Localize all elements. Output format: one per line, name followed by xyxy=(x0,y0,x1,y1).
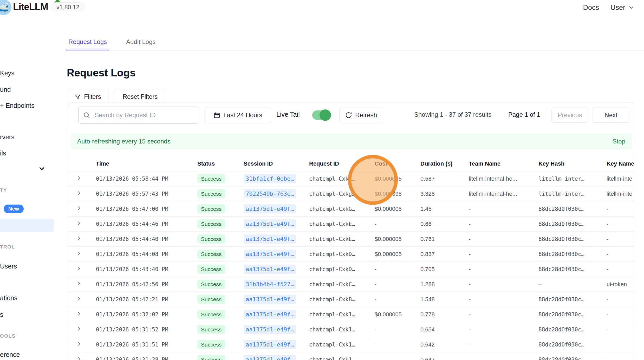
chevron-down-icon xyxy=(628,4,635,11)
time-cell: 01/13/2026 05:44:46 PM xyxy=(92,217,193,232)
table-row[interactable]: 01/13/2026 05:58:44 PM Success 31bfa1cf-… xyxy=(68,171,634,186)
time-cell: 01/13/2026 05:44:40 PM xyxy=(92,232,193,247)
table-row[interactable]: 01/13/2026 05:44:40 PM Success aa1375d1-… xyxy=(68,232,634,247)
time-cell: 01/13/2026 05:44:08 PM xyxy=(92,247,193,262)
table-row[interactable]: 01/13/2026 05:57:43 PM Success 7022549b-… xyxy=(68,186,634,201)
expand-row-icon[interactable] xyxy=(76,220,82,228)
expand-row-icon[interactable] xyxy=(76,281,82,288)
table-row[interactable]: 01/13/2026 05:42:56 PM Success 31b3b4b4-… xyxy=(68,277,634,292)
sidebar-item-mcp-servers[interactable]: rvers xyxy=(0,133,15,141)
table-row[interactable]: 01/13/2026 05:31:52 PM Success aa1375d1-… xyxy=(68,322,634,337)
sidebar-item-models-endpoints[interactable]: + Endpoints xyxy=(0,102,35,109)
search-input[interactable] xyxy=(78,107,198,124)
table-row[interactable]: 01/13/2026 05:31:38 PM Success aa1375d1-… xyxy=(68,352,634,360)
key-hash-cell: 88dc28d0f030c… xyxy=(534,292,602,307)
cost-cell: - xyxy=(370,277,416,292)
sidebar-item-playground[interactable]: und xyxy=(0,86,11,93)
col-status: Status xyxy=(193,156,239,171)
sidebar-item-internal-users[interactable]: Users xyxy=(0,263,17,270)
table-row[interactable]: 01/13/2026 05:32:02 PM Success aa1375d1-… xyxy=(68,307,634,322)
session-id-link[interactable]: aa1375d1-e49f… xyxy=(244,295,296,304)
tab-request-logs[interactable]: Request Logs xyxy=(66,35,109,50)
col-cost: Cost xyxy=(370,156,416,171)
sidebar-section-access-control: TROL xyxy=(0,244,15,250)
session-id-link[interactable]: 31bfa1cf-0ebe… xyxy=(244,174,296,183)
team-name-cell: litellm-internal-he... xyxy=(465,171,534,186)
session-id-link[interactable]: aa1375d1-e49f… xyxy=(244,340,296,349)
logs-card: Last 24 Hours Live Tail Refresh Showing … xyxy=(68,102,634,360)
duration-cell: 0.761 xyxy=(416,232,465,247)
session-id-link[interactable]: aa1375d1-e49f… xyxy=(244,355,296,360)
sidebar-chevron-down-icon[interactable] xyxy=(38,165,46,173)
user-menu-label: User xyxy=(610,4,625,12)
time-range-button[interactable]: Last 24 Hours xyxy=(205,107,271,123)
next-page-button[interactable]: Next xyxy=(592,108,630,123)
filters-label: Filters xyxy=(84,93,101,100)
expand-row-icon[interactable] xyxy=(76,235,82,243)
session-id-link[interactable]: aa1375d1-e49f… xyxy=(244,265,296,274)
table-row[interactable]: 01/13/2026 05:31:51 PM Success aa1375d1-… xyxy=(68,337,634,352)
auto-refresh-message: Auto-refreshing every 15 seconds xyxy=(77,138,171,145)
table-row[interactable]: 01/13/2026 05:47:00 PM Success aa1375d1-… xyxy=(68,201,634,217)
request-id-cell: chatcmpl-Cxk1… xyxy=(305,322,370,337)
expand-row-icon[interactable] xyxy=(76,326,82,333)
duration-cell: 0.642 xyxy=(416,337,465,352)
team-name-cell: - xyxy=(465,307,534,322)
session-id-link[interactable]: aa1375d1-e49f… xyxy=(244,325,296,334)
previous-page-button[interactable]: Previous xyxy=(551,108,588,123)
status-badge: Success xyxy=(197,250,225,259)
expand-row-icon[interactable] xyxy=(76,190,82,198)
session-id-link[interactable]: aa1375d1-e49f… xyxy=(244,234,296,244)
sidebar-item-logs-active[interactable] xyxy=(0,219,54,232)
docs-link[interactable]: Docs xyxy=(583,4,599,12)
expand-row-icon[interactable] xyxy=(76,356,82,360)
sidebar-item-organizations[interactable]: ations xyxy=(0,294,17,302)
expand-row-icon[interactable] xyxy=(76,296,82,303)
time-cell: 01/13/2026 05:31:51 PM xyxy=(92,337,193,352)
expand-row-icon[interactable] xyxy=(76,175,82,182)
stop-auto-refresh-button[interactable]: Stop xyxy=(613,138,625,145)
expand-row-icon[interactable] xyxy=(76,251,82,258)
tab-audit-logs[interactable]: Audit Logs xyxy=(124,35,158,50)
duration-cell: 0.778 xyxy=(416,307,465,322)
session-id-link[interactable]: aa1375d1-e49f… xyxy=(244,204,296,213)
cost-cell: - xyxy=(370,322,416,337)
col-request-id: Request ID xyxy=(305,156,370,171)
expand-row-icon[interactable] xyxy=(76,266,82,273)
table-row[interactable]: 01/13/2026 05:44:08 PM Success aa1375d1-… xyxy=(68,247,634,262)
duration-cell: 1.45 xyxy=(416,201,465,217)
session-id-link[interactable]: aa1375d1-e49f… xyxy=(244,250,296,259)
cost-cell: - xyxy=(370,337,416,352)
live-tail-toggle[interactable] xyxy=(312,110,330,120)
key-hash-cell: 88dc28d0f030c… xyxy=(534,307,602,322)
sidebar-item-guardrails[interactable]: ils xyxy=(0,149,6,157)
page-indicator: Page 1 of 1 xyxy=(508,111,540,118)
key-hash-cell: 88dc28d0f030c… xyxy=(534,217,602,232)
expand-row-icon[interactable] xyxy=(76,311,82,318)
refresh-button[interactable]: Refresh xyxy=(339,107,383,123)
team-name-cell: - xyxy=(465,217,534,232)
expand-row-icon[interactable] xyxy=(76,341,82,348)
key-name-cell: - xyxy=(602,292,634,307)
table-row[interactable]: 01/13/2026 05:42:21 PM Success aa1375d1-… xyxy=(68,292,634,307)
key-hash-cell: 88dc28d0f030c… xyxy=(534,322,602,337)
sidebar-item-api-reference[interactable]: erence xyxy=(0,351,20,358)
session-id-link[interactable]: 7022549b-763e… xyxy=(244,189,296,198)
key-name-cell: - xyxy=(602,247,634,262)
time-cell: 01/13/2026 05:42:56 PM xyxy=(92,277,193,292)
cost-cell: - xyxy=(370,352,416,360)
request-id-cell: chatcmpl-Cxk1… xyxy=(305,337,370,352)
session-id-link[interactable]: aa1375d1-e49f… xyxy=(244,219,296,228)
session-id-link[interactable]: 31b3b4b4-f527… xyxy=(244,280,296,289)
sidebar-item-teams[interactable]: s xyxy=(0,311,3,318)
status-badge: Success xyxy=(197,265,225,274)
team-name-cell: - xyxy=(465,232,534,247)
sidebar-item-virtual-keys[interactable]: Keys xyxy=(0,69,15,77)
table-row[interactable]: 01/13/2026 05:44:46 PM Success aa1375d1-… xyxy=(68,217,634,232)
table-row[interactable]: 01/13/2026 05:43:40 PM Success aa1375d1-… xyxy=(68,262,634,277)
time-cell: 01/13/2026 05:47:00 PM xyxy=(92,201,193,217)
session-id-link[interactable]: aa1375d1-e49f… xyxy=(244,310,296,319)
user-menu[interactable]: User xyxy=(610,4,635,12)
status-badge: Success xyxy=(197,355,225,360)
expand-row-icon[interactable] xyxy=(76,205,82,213)
